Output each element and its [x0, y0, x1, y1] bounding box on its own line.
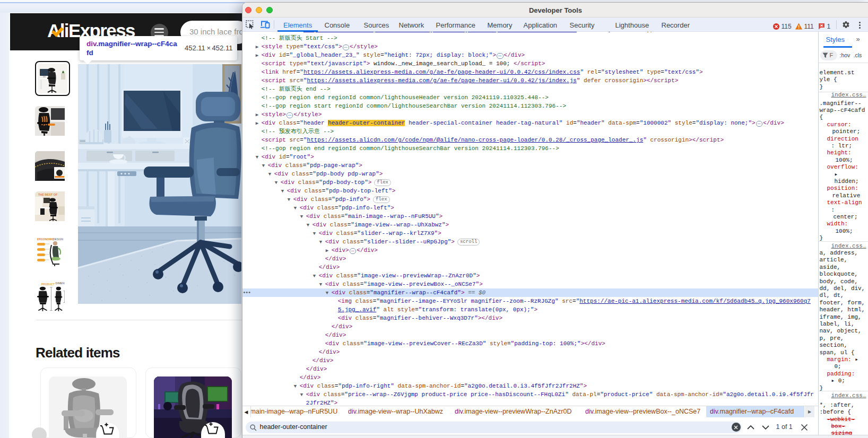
- svg-text:ERGONOMIC: ERGONOMIC: [37, 238, 54, 241]
- svg-text:DIMENSION: DIMENSION: [56, 282, 65, 285]
- svg-text:DESIGN: DESIGN: [53, 238, 64, 241]
- svg-text:THE BEST OF: THE BEST OF: [38, 193, 58, 196]
- svg-text:PRODUCT: PRODUCT: [41, 283, 55, 286]
